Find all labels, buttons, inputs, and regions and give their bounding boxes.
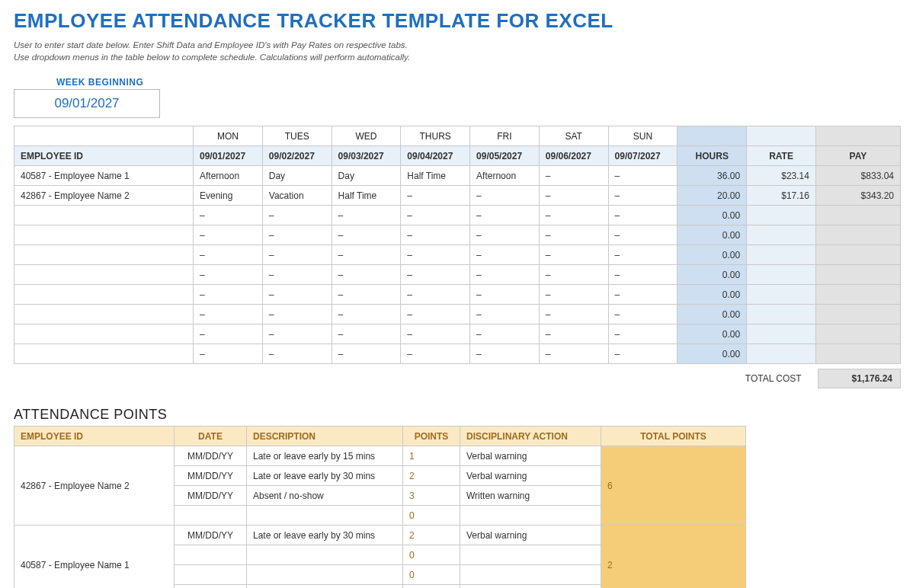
- schedule-cell-shift[interactable]: –: [194, 305, 263, 324]
- schedule-cell-shift[interactable]: –: [401, 305, 470, 324]
- schedule-cell-shift[interactable]: –: [332, 206, 401, 225]
- schedule-cell-shift[interactable]: –: [539, 166, 608, 186]
- schedule-cell-employee[interactable]: 42867 - Employee Name 2: [14, 186, 194, 206]
- points-cell-employee[interactable]: 40587 - Employee Name 1: [14, 526, 175, 588]
- points-cell-date[interactable]: MM/DD/YY: [175, 526, 247, 545]
- schedule-cell-shift[interactable]: –: [470, 206, 540, 225]
- points-cell-action[interactable]: Verbal warning: [460, 446, 601, 466]
- schedule-cell-shift[interactable]: –: [470, 225, 540, 245]
- schedule-cell-shift[interactable]: –: [332, 225, 401, 245]
- schedule-cell-shift[interactable]: Afternoon: [194, 166, 263, 186]
- schedule-cell-shift[interactable]: –: [262, 265, 332, 285]
- schedule-cell-shift[interactable]: –: [194, 324, 263, 344]
- points-cell-action[interactable]: Written warning: [460, 486, 601, 506]
- schedule-cell-employee[interactable]: 40587 - Employee Name 1: [14, 166, 194, 186]
- points-cell-action[interactable]: Verbal warning: [460, 526, 601, 545]
- schedule-cell-shift[interactable]: Evening: [194, 186, 263, 206]
- schedule-cell-shift[interactable]: –: [332, 305, 401, 324]
- schedule-cell-shift[interactable]: –: [194, 206, 263, 225]
- schedule-cell-shift[interactable]: Day: [332, 166, 401, 186]
- points-cell-action[interactable]: [460, 506, 601, 526]
- schedule-cell-shift[interactable]: –: [470, 245, 540, 265]
- schedule-cell-shift[interactable]: –: [401, 265, 470, 285]
- schedule-cell-shift[interactable]: –: [194, 265, 263, 285]
- schedule-cell-shift[interactable]: –: [470, 344, 540, 364]
- schedule-cell-shift[interactable]: –: [539, 245, 608, 265]
- points-cell-description[interactable]: [247, 506, 403, 526]
- schedule-cell-shift[interactable]: –: [608, 265, 678, 285]
- schedule-cell-shift[interactable]: –: [470, 324, 540, 344]
- points-cell-description[interactable]: [247, 565, 403, 585]
- schedule-cell-shift[interactable]: –: [401, 324, 470, 344]
- schedule-cell-shift[interactable]: –: [470, 305, 540, 324]
- schedule-cell-employee[interactable]: [14, 285, 194, 305]
- schedule-cell-shift[interactable]: Afternoon: [470, 166, 540, 186]
- schedule-cell-shift[interactable]: –: [608, 186, 678, 206]
- schedule-cell-shift[interactable]: –: [539, 206, 608, 225]
- schedule-cell-shift[interactable]: –: [539, 186, 608, 206]
- points-cell-employee[interactable]: 42867 - Employee Name 2: [14, 446, 175, 526]
- schedule-cell-shift[interactable]: –: [608, 245, 678, 265]
- schedule-cell-shift[interactable]: –: [262, 245, 332, 265]
- points-cell-description[interactable]: [247, 585, 403, 588]
- schedule-cell-shift[interactable]: Day: [262, 166, 332, 186]
- schedule-cell-shift[interactable]: –: [332, 245, 401, 265]
- schedule-cell-shift[interactable]: –: [470, 285, 540, 305]
- points-cell-description[interactable]: Late or leave early by 15 mins: [247, 446, 403, 466]
- schedule-cell-shift[interactable]: –: [262, 324, 332, 344]
- schedule-cell-shift[interactable]: –: [401, 186, 470, 206]
- points-cell-description[interactable]: Late or leave early by 30 mins: [247, 526, 403, 545]
- schedule-cell-employee[interactable]: [14, 324, 194, 344]
- schedule-cell-employee[interactable]: [14, 344, 194, 364]
- points-cell-date[interactable]: MM/DD/YY: [175, 466, 247, 486]
- schedule-cell-shift[interactable]: –: [470, 186, 540, 206]
- points-cell-date[interactable]: MM/DD/YY: [175, 486, 247, 506]
- points-cell-description[interactable]: Absent / no-show: [247, 486, 403, 506]
- week-beginning-input[interactable]: 09/01/2027: [14, 89, 160, 118]
- schedule-cell-shift[interactable]: –: [401, 206, 470, 225]
- schedule-cell-employee[interactable]: [14, 265, 194, 285]
- points-cell-action[interactable]: [460, 585, 601, 588]
- schedule-cell-shift[interactable]: –: [608, 305, 678, 324]
- schedule-cell-shift[interactable]: –: [194, 225, 263, 245]
- points-cell-date[interactable]: MM/DD/YY: [175, 446, 247, 466]
- schedule-cell-shift[interactable]: –: [608, 225, 678, 245]
- schedule-cell-shift[interactable]: –: [262, 285, 332, 305]
- schedule-cell-shift[interactable]: –: [194, 344, 263, 364]
- points-cell-description[interactable]: Late or leave early by 30 mins: [247, 466, 403, 486]
- schedule-cell-shift[interactable]: –: [262, 206, 332, 225]
- points-cell-description[interactable]: [247, 545, 403, 565]
- schedule-cell-employee[interactable]: [14, 206, 194, 225]
- schedule-cell-employee[interactable]: [14, 245, 194, 265]
- schedule-cell-shift[interactable]: –: [539, 324, 608, 344]
- schedule-cell-shift[interactable]: –: [332, 344, 401, 364]
- schedule-cell-shift[interactable]: Half Time: [401, 166, 470, 186]
- schedule-cell-shift[interactable]: –: [262, 305, 332, 324]
- schedule-cell-shift[interactable]: –: [401, 285, 470, 305]
- schedule-cell-shift[interactable]: –: [539, 285, 608, 305]
- schedule-cell-shift[interactable]: –: [262, 225, 332, 245]
- schedule-cell-employee[interactable]: [14, 225, 194, 245]
- points-cell-action[interactable]: [460, 545, 601, 565]
- schedule-cell-shift[interactable]: –: [332, 265, 401, 285]
- schedule-cell-shift[interactable]: –: [470, 265, 540, 285]
- schedule-cell-shift[interactable]: –: [539, 225, 608, 245]
- points-cell-action[interactable]: Verbal warning: [460, 466, 601, 486]
- schedule-cell-shift[interactable]: –: [332, 324, 401, 344]
- schedule-cell-shift[interactable]: –: [539, 305, 608, 324]
- schedule-cell-shift[interactable]: –: [262, 344, 332, 364]
- points-cell-date[interactable]: [175, 506, 247, 526]
- schedule-cell-shift[interactable]: –: [194, 285, 263, 305]
- schedule-cell-shift[interactable]: Vacation: [262, 186, 332, 206]
- schedule-cell-shift[interactable]: –: [539, 344, 608, 364]
- schedule-cell-employee[interactable]: [14, 305, 194, 324]
- schedule-cell-shift[interactable]: –: [608, 324, 678, 344]
- schedule-cell-shift[interactable]: –: [608, 344, 678, 364]
- schedule-cell-shift[interactable]: –: [401, 225, 470, 245]
- schedule-cell-shift[interactable]: Half Time: [332, 186, 401, 206]
- points-cell-date[interactable]: [175, 565, 247, 585]
- schedule-cell-shift[interactable]: –: [401, 245, 470, 265]
- points-cell-action[interactable]: [460, 565, 601, 585]
- schedule-cell-shift[interactable]: –: [608, 166, 678, 186]
- points-cell-date[interactable]: [175, 545, 247, 565]
